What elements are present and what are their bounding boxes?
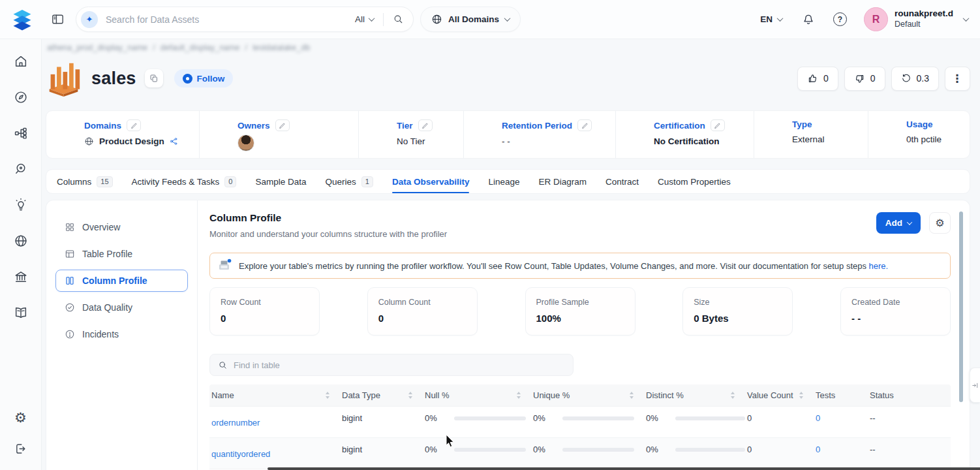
- downvote-button[interactable]: 0: [844, 67, 885, 91]
- edit-certification-icon[interactable]: [711, 119, 725, 131]
- owner-avatar[interactable]: [237, 134, 254, 151]
- chevron-down-icon: [963, 15, 970, 22]
- col-header-unique-pct[interactable]: Unique %: [531, 384, 644, 406]
- alert-circle-icon: [65, 329, 75, 339]
- hierarchy-icon[interactable]: [14, 126, 28, 140]
- logout-icon[interactable]: [14, 442, 27, 456]
- home-icon[interactable]: [14, 54, 28, 69]
- col-header-name[interactable]: Name: [209, 384, 340, 406]
- tab-queries[interactable]: Queries1: [326, 170, 373, 193]
- search-input[interactable]: [106, 14, 355, 25]
- insights-lightbulb-icon[interactable]: [14, 198, 28, 212]
- sort-icon[interactable]: [731, 392, 735, 399]
- search-icon: [218, 360, 228, 370]
- left-nav-rail: ⚙: [0, 39, 42, 470]
- table-row: quantityordered bigint 0% 0% 0% 0 0 --: [209, 437, 951, 469]
- sidebar-item-overview[interactable]: Overview: [55, 216, 188, 238]
- divider: [383, 13, 384, 26]
- chevron-down-icon: [907, 219, 912, 225]
- side-panel-toggle[interactable]: [970, 368, 980, 403]
- profiler-sidebar: Overview Table Profile Column Profile Da…: [46, 200, 198, 470]
- stat-card-column-count: Column Count 0: [367, 287, 478, 336]
- app-logo-icon[interactable]: [10, 8, 34, 31]
- tab-data-observability[interactable]: Data Observability: [392, 170, 470, 193]
- check-circle-icon: [65, 302, 75, 313]
- tab-sample-data[interactable]: Sample Data: [255, 170, 306, 193]
- find-in-table-input[interactable]: [234, 360, 565, 370]
- tab-lineage[interactable]: Lineage: [488, 170, 519, 193]
- edit-tier-icon[interactable]: [418, 119, 433, 131]
- profile-stats-row: Row Count 0 Column Count 0 Profile Sampl…: [209, 287, 951, 336]
- tab-er-diagram[interactable]: ER Diagram: [539, 170, 587, 193]
- top-bar: ✦ All All Domains EN ? R rounakpreet.d D…: [0, 0, 980, 39]
- column-name-link[interactable]: quantityordered: [209, 438, 340, 459]
- add-button[interactable]: Add: [876, 212, 921, 234]
- global-search-bar[interactable]: ✦ All: [76, 7, 414, 32]
- stat-card-size: Size 0 Bytes: [682, 287, 793, 336]
- progress-bar: [454, 416, 526, 420]
- tab-activity-feeds[interactable]: Activity Feeds & Tasks0: [132, 170, 237, 193]
- breadcrumb-item[interactable]: testdatalake_db: [253, 43, 310, 52]
- documentation-link[interactable]: here.: [869, 261, 889, 271]
- sort-icon[interactable]: [799, 392, 803, 399]
- col-header-data-type[interactable]: Data Type: [340, 384, 423, 406]
- col-header-distinct-pct[interactable]: Distinct %: [644, 384, 745, 406]
- follow-icon: [183, 74, 192, 84]
- metadata-tier: Tier No Tier: [359, 111, 464, 158]
- edit-owners-icon[interactable]: [275, 119, 290, 131]
- copy-name-icon[interactable]: [145, 69, 163, 87]
- user-menu[interactable]: R rounakpreet.d Default: [864, 7, 968, 31]
- distinct-pct-cell: 0%: [644, 407, 745, 423]
- sidebar-item-column-profile[interactable]: Column Profile: [55, 270, 188, 292]
- all-domains-dropdown[interactable]: All Domains: [420, 7, 521, 32]
- governance-bank-icon[interactable]: [14, 270, 28, 284]
- upvote-button[interactable]: 0: [797, 67, 838, 91]
- tests-link[interactable]: 0: [814, 438, 868, 454]
- progress-bar: [562, 448, 634, 452]
- subdomain-link-icon[interactable]: [170, 137, 178, 146]
- settings-gear-icon[interactable]: ⚙: [14, 411, 27, 425]
- profiler-settings-gear-icon[interactable]: ⚙: [929, 212, 951, 234]
- tests-link[interactable]: 0: [814, 407, 868, 423]
- help-icon[interactable]: ?: [833, 12, 847, 26]
- language-dropdown[interactable]: EN: [760, 14, 782, 24]
- edit-domains-icon[interactable]: [127, 119, 141, 131]
- vertical-scrollbar[interactable]: [959, 212, 963, 402]
- column-name-link[interactable]: ordernumber: [209, 407, 340, 428]
- version-history-button[interactable]: 0.3: [891, 67, 939, 91]
- explore-compass-icon[interactable]: [14, 90, 28, 104]
- metadata-retention-period: Retention Period - -: [464, 111, 616, 158]
- sidebar-item-data-quality[interactable]: Data Quality: [55, 296, 188, 319]
- search-icon[interactable]: [393, 14, 404, 25]
- sort-icon[interactable]: [517, 392, 521, 399]
- search-eye-icon[interactable]: [14, 162, 28, 176]
- domain-link[interactable]: Product Design: [99, 136, 164, 146]
- tab-custom-properties[interactable]: Custom Properties: [658, 170, 731, 193]
- sidebar-item-table-profile[interactable]: Table Profile: [55, 243, 188, 265]
- ai-sparkle-icon[interactable]: ✦: [81, 11, 98, 28]
- breadcrumb[interactable]: athena_prod_display_name / default_displ…: [47, 43, 970, 52]
- more-options-kebab-icon[interactable]: ⋮: [945, 67, 970, 91]
- sort-icon[interactable]: [630, 392, 634, 399]
- sidebar-toggle-icon[interactable]: [51, 12, 65, 26]
- table-icon: [65, 249, 75, 259]
- follow-button[interactable]: Follow: [174, 69, 234, 87]
- breadcrumb-item[interactable]: default_display_name: [161, 43, 240, 52]
- notifications-bell-icon[interactable]: [802, 13, 815, 26]
- glossary-book-icon[interactable]: [14, 306, 28, 320]
- edit-retention-icon[interactable]: [577, 119, 592, 131]
- search-scope-dropdown[interactable]: All: [355, 14, 374, 24]
- tab-contract[interactable]: Contract: [605, 170, 639, 193]
- domains-globe-icon[interactable]: [14, 234, 28, 248]
- sort-icon[interactable]: [326, 392, 329, 399]
- breadcrumb-item[interactable]: athena_prod_display_name: [47, 43, 147, 52]
- col-header-value-count[interactable]: Value Count: [745, 384, 814, 406]
- sort-icon[interactable]: [408, 392, 412, 399]
- thumbs-up-icon: [807, 73, 818, 84]
- tab-columns[interactable]: Columns15: [57, 170, 113, 193]
- sidebar-item-incidents[interactable]: Incidents: [55, 323, 188, 345]
- metadata-usage: Usage 0th pctile: [868, 111, 970, 158]
- entity-header: sales Follow 0 0 0.3: [46, 60, 970, 97]
- col-header-null-pct[interactable]: Null %: [423, 384, 531, 406]
- find-in-table-search[interactable]: [209, 354, 574, 376]
